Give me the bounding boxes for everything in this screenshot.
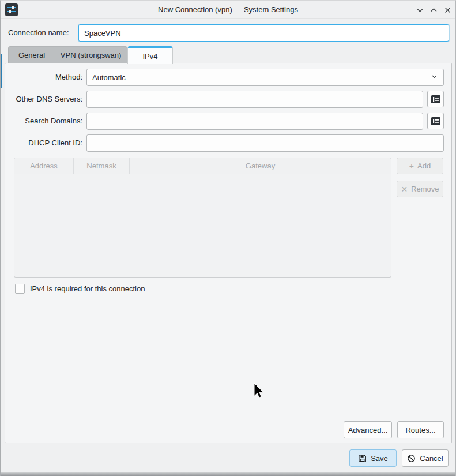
dns-servers-input[interactable] xyxy=(86,91,423,108)
window-bottom-shadow xyxy=(1,472,455,476)
chevron-down-icon xyxy=(431,73,438,82)
close-icon[interactable] xyxy=(443,5,452,14)
maximize-icon[interactable] xyxy=(429,5,438,14)
search-domains-input[interactable] xyxy=(86,113,423,130)
left-edge-highlight xyxy=(1,54,2,88)
edit-list-icon xyxy=(431,95,441,104)
add-address-button: + Add xyxy=(397,158,443,174)
advanced-button[interactable]: Advanced... xyxy=(344,421,392,438)
tab-vpn-strongswan[interactable]: VPN (strongswan) xyxy=(55,47,127,63)
connection-name-label: Connection name: xyxy=(8,24,69,42)
tab-general[interactable]: General xyxy=(9,47,55,63)
window-title: New Connection (vpn) — System Settings xyxy=(1,1,455,19)
system-settings-vpn-dialog: New Connection (vpn) — System Settings C… xyxy=(0,0,456,476)
minimize-icon[interactable] xyxy=(415,5,424,14)
method-label: Method: xyxy=(5,69,82,86)
connection-name-input[interactable] xyxy=(78,24,449,42)
ipv4-required-row: IPv4 is required for this connection xyxy=(15,283,145,294)
tab-ipv4[interactable]: IPv4 xyxy=(127,46,173,64)
save-floppy-icon xyxy=(358,454,367,463)
address-table-header: Address Netmask Gateway xyxy=(14,158,391,174)
dhcp-client-id-input[interactable] xyxy=(86,134,444,152)
column-header-gateway: Gateway xyxy=(130,158,391,174)
method-selected-value: Automatic xyxy=(92,73,431,82)
dns-servers-label: Other DNS Servers: xyxy=(5,91,82,108)
search-domains-edit-list-button[interactable] xyxy=(427,113,444,129)
titlebar[interactable]: New Connection (vpn) — System Settings xyxy=(1,1,455,19)
ipv4-required-label: IPv4 is required for this connection xyxy=(30,284,145,293)
cancel-icon xyxy=(407,454,416,463)
cancel-button[interactable]: Cancel xyxy=(402,449,449,467)
remove-address-button: ✕ Remove xyxy=(397,181,443,197)
dhcp-client-id-label: DHCP Client ID: xyxy=(5,134,82,152)
column-header-address: Address xyxy=(14,158,74,174)
address-table-body xyxy=(14,174,391,278)
method-combobox[interactable]: Automatic xyxy=(86,69,444,86)
window-controls xyxy=(415,1,452,19)
search-domains-label: Search Domains: xyxy=(5,113,82,130)
ipv4-required-checkbox[interactable] xyxy=(15,284,25,294)
edit-list-icon xyxy=(431,117,441,126)
save-button[interactable]: Save xyxy=(349,449,397,467)
ipv4-tab-panel: Method: Automatic Other DNS Servers: Sea… xyxy=(5,63,452,443)
address-table: Address Netmask Gateway xyxy=(14,158,391,278)
dns-servers-edit-list-button[interactable] xyxy=(427,91,444,107)
column-header-netmask: Netmask xyxy=(74,158,130,174)
plus-icon: + xyxy=(409,162,414,170)
x-icon: ✕ xyxy=(401,185,408,193)
tab-bar: General VPN (strongswan) xyxy=(8,46,127,63)
routes-button[interactable]: Routes... xyxy=(397,421,444,438)
